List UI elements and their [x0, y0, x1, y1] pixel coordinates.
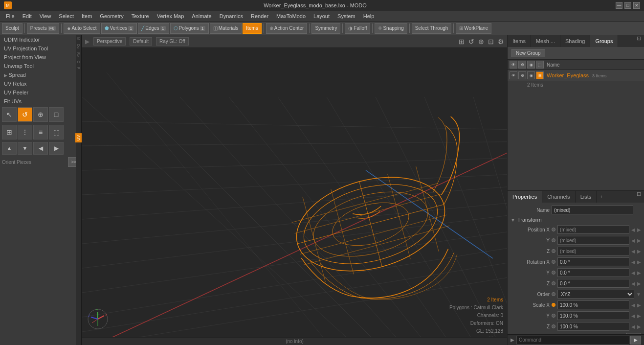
project-from-view-tool[interactable]: Project from View	[0, 53, 82, 62]
expand-icon[interactable]: ⊡	[634, 35, 644, 47]
scale-tool-icon[interactable]: ⊕	[33, 107, 48, 122]
grid-icon-1[interactable]: ⊞	[2, 125, 17, 139]
presets-button[interactable]: Presets F6	[27, 23, 59, 34]
snapping-button[interactable]: ✛ Snapping	[375, 23, 407, 34]
render-icon[interactable]: ◉	[527, 61, 535, 69]
position-x-input[interactable]	[557, 225, 629, 234]
udim-indicator-tool[interactable]: UDIM Indicator	[0, 35, 82, 44]
tab-mesh[interactable]: Mesh ...	[531, 35, 560, 47]
select-tool-icon[interactable]: □	[49, 107, 64, 122]
item-render-icon[interactable]: ◉	[527, 71, 535, 79]
command-input[interactable]	[516, 336, 629, 345]
select-through-button[interactable]: Select Through	[412, 23, 452, 34]
menu-texture[interactable]: Texture	[128, 12, 153, 20]
arrow-up-button[interactable]: ▲	[2, 142, 17, 155]
lock-icon[interactable]: ⚙	[518, 61, 526, 69]
item-type-icon[interactable]: ⊞	[536, 71, 544, 79]
symmetry-button[interactable]: Symmetry	[311, 23, 340, 34]
uv-indicator[interactable]: UV	[75, 133, 82, 142]
uv-relax-tool[interactable]: UV Relax	[0, 79, 82, 88]
groups-item-row[interactable]: 👁 ⚙ ◉ ⊞ Worker_Eyeglass 3 Items	[508, 70, 644, 81]
rotation-x-dot[interactable]	[552, 260, 555, 264]
move-tool-icon[interactable]: ↖	[2, 107, 17, 122]
type-icon[interactable]: ⬚	[536, 61, 544, 69]
scale-z-left-arrow[interactable]: ◀	[631, 324, 635, 329]
item-lock-icon[interactable]: ⚙	[518, 71, 526, 79]
position-y-input[interactable]	[557, 236, 629, 245]
default-button[interactable]: Default	[130, 37, 152, 46]
arrow-down-button[interactable]: ▼	[18, 142, 32, 155]
rotation-x-right-arrow[interactable]: ▶	[637, 259, 641, 265]
fullscreen-icon[interactable]: ⊡	[488, 38, 494, 46]
scale-x-dot[interactable]	[552, 303, 555, 307]
position-x-left-arrow[interactable]: ◀	[631, 227, 635, 232]
item-visibility-icon[interactable]: 👁	[510, 71, 517, 79]
grid-icon-2[interactable]: ⋮	[18, 125, 32, 139]
scale-y-dot[interactable]	[552, 314, 555, 318]
viewport[interactable]: ▶ Perspective Default Ray GL: Off ⊞ ↺ ⊕ …	[82, 35, 507, 345]
add-tab-button[interactable]: +	[597, 191, 605, 203]
minimize-button[interactable]: —	[616, 2, 622, 9]
viewport-canvas[interactable]: X Y Z 2 Items Polygons : Catmull-Clark C…	[82, 48, 507, 345]
spread-tool[interactable]: ▶ Spread	[0, 70, 82, 79]
rotation-z-input[interactable]	[557, 279, 629, 288]
new-group-button[interactable]: New Group	[511, 49, 545, 57]
rotation-x-left-arrow[interactable]: ◀	[631, 259, 635, 265]
scale-x-input[interactable]	[557, 300, 629, 309]
rotation-y-left-arrow[interactable]: ◀	[631, 270, 635, 276]
edges-button[interactable]: ╱ Edges 1	[138, 23, 169, 34]
grid-icon-3[interactable]: ≡	[33, 125, 48, 139]
uv-peeler-tool[interactable]: UV Peeler	[0, 88, 82, 97]
tab-shading[interactable]: Shading	[560, 35, 590, 47]
name-input[interactable]	[552, 206, 633, 214]
menu-render[interactable]: Render	[247, 12, 272, 20]
search-icon[interactable]: ⊕	[478, 38, 484, 46]
menu-vertex-map[interactable]: Vertex Map	[153, 12, 188, 20]
scale-y-right-arrow[interactable]: ▶	[637, 313, 641, 319]
grid-icon-4[interactable]: ⬚	[49, 125, 64, 139]
sculpt-button[interactable]: Sculpt	[2, 23, 22, 34]
maximize-button[interactable]: □	[624, 2, 631, 9]
rotation-x-input[interactable]	[557, 257, 629, 266]
menu-view[interactable]: View	[36, 12, 55, 20]
position-x-right-arrow[interactable]: ▶	[637, 227, 641, 232]
order-arrow-icon[interactable]: ▼	[636, 292, 641, 297]
scale-y-left-arrow[interactable]: ◀	[631, 313, 635, 319]
arrow-right-button[interactable]: ▶	[49, 142, 64, 155]
scale-z-dot[interactable]	[552, 324, 555, 328]
position-z-input[interactable]	[557, 247, 629, 255]
rotation-y-input[interactable]	[557, 268, 629, 277]
workplane-button[interactable]: ⊞ WorkPlane	[456, 23, 491, 34]
refresh-icon[interactable]: ↺	[468, 38, 474, 46]
auto-select-button[interactable]: ● Auto Select	[64, 23, 100, 34]
rotation-z-right-arrow[interactable]: ▶	[637, 281, 641, 286]
scale-x-right-arrow[interactable]: ▶	[637, 302, 641, 308]
menu-geometry[interactable]: Geometry	[96, 12, 127, 20]
fit-uvs-tool[interactable]: Fit UVs	[0, 97, 82, 106]
position-z-right-arrow[interactable]: ▶	[637, 249, 641, 254]
ray-gl-button[interactable]: Ray GL: Off	[156, 37, 189, 46]
rotate-tool-icon[interactable]: ↺	[18, 107, 32, 122]
polygons-button[interactable]: ⬡ Polygons 1	[170, 23, 209, 34]
rotation-z-dot[interactable]	[552, 281, 555, 285]
rotation-y-right-arrow[interactable]: ▶	[637, 270, 641, 276]
menu-max-to-modo[interactable]: MaxToModo	[272, 12, 310, 20]
menu-item[interactable]: Item	[78, 12, 96, 20]
position-z-left-arrow[interactable]: ◀	[631, 249, 635, 254]
settings-icon[interactable]: ⚙	[498, 38, 504, 46]
position-z-dot[interactable]	[552, 249, 555, 253]
scale-z-right-arrow[interactable]: ▶	[637, 324, 641, 329]
menu-dynamics[interactable]: Dynamics	[216, 12, 247, 20]
menu-select[interactable]: Select	[55, 12, 78, 20]
visibility-icon[interactable]: 👁	[510, 61, 517, 69]
camera-icon[interactable]: ⊞	[459, 38, 465, 46]
position-y-right-arrow[interactable]: ▶	[637, 238, 641, 243]
position-y-dot[interactable]	[552, 238, 555, 242]
scale-y-input[interactable]	[557, 311, 629, 320]
rotation-z-left-arrow[interactable]: ◀	[631, 281, 635, 286]
menu-system[interactable]: System	[333, 12, 359, 20]
close-button[interactable]: ✕	[633, 2, 640, 9]
materials-button[interactable]: ◫ Materials	[210, 23, 242, 34]
command-run-button[interactable]: ▶	[630, 336, 641, 345]
menu-help[interactable]: Help	[359, 12, 378, 20]
